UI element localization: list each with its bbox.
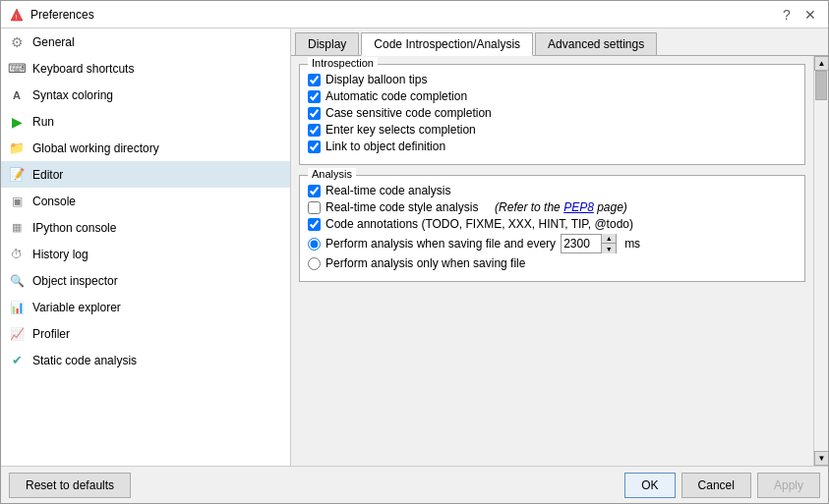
checkbox-realtime-code-label: Real-time code analysis [326,184,450,197]
right-panel: Display Code Introspection/Analysis Adva… [291,28,828,466]
sidebar-item-ipython[interactable]: ▦ IPython console [1,214,290,241]
ok-button[interactable]: OK [624,473,675,498]
sidebar-item-keyboard[interactable]: ⌨ Keyboard shortcuts [1,55,290,82]
tab-advanced[interactable]: Advanced settings [535,32,657,55]
ipython-icon: ▦ [9,220,25,236]
tabs-bar: Display Code Introspection/Analysis Adva… [291,28,828,56]
cancel-button[interactable]: Cancel [681,473,751,498]
window-controls: ? ✕ [777,5,820,25]
checkbox-annotations-label: Code annotations (TODO, FIXME, XXX, HINT… [326,217,633,231]
title-bar: ! Preferences ? ✕ [1,1,828,28]
main-content: ⚙ General ⌨ Keyboard shortcuts A Syntax … [1,28,828,466]
sidebar-item-run[interactable]: ▶ Run [1,108,290,135]
window-title: Preferences [30,8,94,22]
spin-down-button[interactable]: ▼ [602,244,616,253]
keyboard-icon: ⌨ [9,61,25,77]
sidebar-item-console[interactable]: ▣ Console [1,188,290,214]
scrollbar-thumb[interactable] [815,71,827,100]
checkbox-annotations: Code annotations (TODO, FIXME, XXX, HINT… [308,217,797,231]
checkbox-enter-key: Enter key selects completion [308,123,797,137]
checkbox-realtime-code-input[interactable] [308,185,321,197]
ms-label: ms [624,237,640,251]
sidebar-item-object[interactable]: 🔍 Object inspector [1,267,290,294]
console-icon: ▣ [9,194,25,209]
spin-up-button[interactable]: ▲ [602,234,616,244]
sidebar-item-static[interactable]: ✔ Static code analysis [1,347,290,373]
checkbox-link-object-input[interactable] [308,140,321,153]
object-icon: 🔍 [9,273,25,289]
sidebar-label-general: General [32,35,75,49]
tab-display[interactable]: Display [295,32,359,55]
bottom-right-buttons: OK Cancel Apply [624,473,820,498]
panel-content: Introspection Display balloon tips Autom… [291,56,813,466]
checkbox-case-sensitive-label: Case sensitive code completion [326,106,492,120]
checkbox-enter-key-input[interactable] [308,124,321,137]
sidebar-label-global-dir: Global working directory [32,141,159,155]
radio-perform-saving-input[interactable] [308,238,321,251]
right-panel-wrapper: Introspection Display balloon tips Autom… [291,56,828,466]
sidebar-item-variable[interactable]: 📊 Variable explorer [1,294,290,320]
introspection-group: Introspection Display balloon tips Autom… [299,64,805,165]
sidebar-item-global-dir[interactable]: 📁 Global working directory [1,135,290,161]
introspection-group-content: Display balloon tips Automatic code comp… [308,73,797,153]
checkbox-annotations-input[interactable] [308,218,321,231]
radio-perform-only-input[interactable] [308,257,321,270]
sidebar-label-ipython: IPython console [32,221,116,235]
sidebar-label-profiler: Profiler [32,327,70,341]
analysis-group-content: Real-time code analysis Real-time code s… [308,184,797,270]
tab-introspection[interactable]: Code Introspection/Analysis [361,32,533,56]
spinbox-buttons: ▲ ▼ [601,234,616,253]
reset-defaults-button[interactable]: Reset to defaults [9,473,131,498]
history-icon: ⏱ [9,247,25,262]
checkbox-case-sensitive-input[interactable] [308,107,321,120]
sidebar-label-editor: Editor [32,168,63,182]
radio-perform-saving: Perform analysis when saving file and ev… [308,234,797,253]
sidebar-item-general[interactable]: ⚙ General [1,28,290,55]
checkbox-case-sensitive: Case sensitive code completion [308,106,797,120]
pep8-link[interactable]: PEP8 [563,200,594,214]
checkbox-auto-complete: Automatic code completion [308,89,797,103]
sidebar-label-run: Run [32,115,54,129]
analysis-group: Analysis Real-time code analysis Real-ti… [299,175,805,282]
sidebar-label-console: Console [32,195,76,208]
help-button[interactable]: ? [777,5,797,25]
syntax-icon: A [9,87,25,103]
sidebar-item-history[interactable]: ⏱ History log [1,241,290,267]
sidebar-label-history: History log [32,248,89,261]
sidebar-item-syntax[interactable]: A Syntax coloring [1,82,290,108]
scroll-down-arrow[interactable]: ▼ [814,451,828,466]
folder-icon: 📁 [9,140,25,156]
checkbox-auto-complete-input[interactable] [308,90,321,103]
sidebar-item-profiler[interactable]: 📈 Profiler [1,320,290,347]
apply-button[interactable]: Apply [757,473,820,498]
variable-icon: 📊 [9,300,25,315]
checkbox-realtime-style-input[interactable] [308,201,321,214]
checkbox-realtime-style-label: Real-time code style analysis (Refer to … [326,200,627,214]
analysis-group-title: Analysis [308,168,356,180]
general-icon: ⚙ [9,34,25,50]
profiler-icon: 📈 [9,326,25,342]
sidebar-label-variable: Variable explorer [32,301,121,314]
spinbox-input[interactable] [562,235,601,252]
introspection-group-title: Introspection [308,57,378,69]
checkbox-balloon-label: Display balloon tips [326,73,427,86]
app-icon: ! [9,7,25,23]
checkbox-link-object: Link to object definition [308,140,797,153]
svg-text:!: ! [16,14,18,21]
sidebar-label-syntax: Syntax coloring [32,88,113,102]
bottom-bar: Reset to defaults OK Cancel Apply [1,466,828,503]
sidebar-item-editor[interactable]: 📝 Editor [1,161,290,188]
checkbox-balloon-input[interactable] [308,74,321,86]
close-button[interactable]: ✕ [800,5,820,25]
scrollbar-track: ▲ ▼ [813,56,828,466]
sidebar-label-object: Object inspector [32,274,118,288]
radio-perform-only: Perform analysis only when saving file [308,256,797,270]
sidebar-label-static: Static code analysis [32,354,137,367]
checkbox-link-object-label: Link to object definition [326,140,445,153]
sidebar-label-keyboard: Keyboard shortcuts [32,62,134,76]
spinbox-container: ▲ ▼ [561,234,617,253]
static-icon: ✔ [9,353,25,368]
checkbox-balloon-tips: Display balloon tips [308,73,797,86]
editor-icon: 📝 [9,167,25,183]
scroll-up-arrow[interactable]: ▲ [814,56,828,71]
